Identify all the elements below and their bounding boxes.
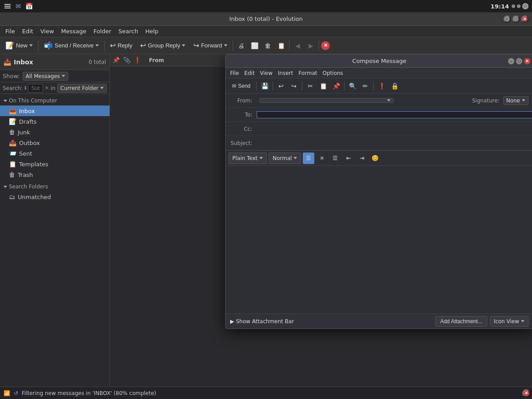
forward-button[interactable]: ↪ Forward — [190, 39, 231, 51]
show-dropdown[interactable]: All Messages — [23, 72, 69, 81]
plain-text-dropdown[interactable]: Plain Text — [228, 153, 267, 164]
folder-drafts[interactable]: 📝 Drafts — [0, 116, 110, 127]
plain-text-label: Plain Text — [232, 155, 258, 161]
compose-spellcheck-button[interactable]: ✏ — [360, 80, 371, 92]
compose-cc-input[interactable] — [257, 126, 532, 132]
align-center-button[interactable]: ≡ — [316, 153, 328, 164]
folder-sent[interactable]: 📨 Sent — [0, 148, 110, 159]
group-reply-button[interactable]: ↩ Group Reply — [137, 39, 189, 51]
compose-menu-edit[interactable]: Edit — [242, 69, 257, 77]
search-folders-group[interactable]: Search Folders — [0, 182, 110, 192]
search-folder-dropdown[interactable]: Current Folder — [57, 84, 107, 93]
compose-security-button[interactable]: 🔒 — [389, 80, 400, 92]
compose-find-button[interactable]: 🔍 — [347, 80, 358, 92]
on-this-computer-group[interactable]: On This Computer — [0, 96, 110, 106]
status-close-button[interactable]: ✕ — [522, 389, 530, 397]
compose-menu-view[interactable]: View — [257, 69, 275, 77]
send-receive-button[interactable]: 📬 Send / Receive — [40, 39, 102, 51]
junk-button[interactable]: 🗑 — [262, 39, 274, 52]
compose-close-button[interactable]: ✕ — [524, 58, 530, 64]
compose-save-button[interactable]: 💾 — [259, 80, 270, 92]
compose-paste-button[interactable]: 📌 — [330, 80, 342, 92]
email-app-icon[interactable]: ✉ — [14, 3, 22, 9]
status-text: Filtering new messages in 'INBOX' (80% c… — [22, 390, 156, 396]
folder-unmatched[interactable]: 🗂 Unmatched — [0, 192, 110, 202]
compose-copy-button[interactable]: 📋 — [317, 80, 329, 92]
compose-menu-format[interactable]: Format — [296, 69, 320, 77]
indent-increase-button[interactable]: ⇥ — [356, 153, 368, 164]
search-input[interactable] — [31, 85, 39, 91]
compose-redo-button[interactable]: ↪ — [288, 80, 300, 92]
show-dropdown-arrow — [62, 75, 65, 77]
show-attachment-bar-button[interactable]: ▶ Show Attachment Bar — [230, 318, 294, 325]
indent-decrease-button[interactable]: ⇤ — [343, 153, 354, 164]
group-reply-icon: ↩ — [140, 41, 146, 50]
compose-sig-dropdown[interactable]: None — [503, 96, 528, 105]
forward-dropdown-arrow[interactable] — [224, 44, 227, 47]
send-receive-dropdown-arrow[interactable] — [95, 44, 99, 47]
align-right-button[interactable]: ☰ — [329, 153, 341, 164]
compose-to-input[interactable] — [257, 111, 532, 118]
compose-priority-button[interactable]: ❗ — [376, 80, 387, 92]
search-input-wrap[interactable] — [28, 84, 43, 93]
compose-send-icon: ✉ — [232, 83, 236, 89]
folder-sent-label: Sent — [19, 150, 32, 157]
window-controls: – □ ✕ — [504, 16, 528, 23]
folder-outbox[interactable]: 📤 Outbox — [0, 137, 110, 148]
add-attachment-button[interactable]: Add Attachment... — [435, 316, 487, 327]
toolbar-sep-3 — [233, 40, 233, 51]
close-button[interactable]: ✕ — [521, 16, 528, 23]
delete-button[interactable]: ⬜ — [248, 39, 261, 52]
compose-send-button[interactable]: ✉ Send — [228, 81, 254, 91]
compose-textarea[interactable] — [226, 166, 532, 313]
folder-junk[interactable]: 🗑 Junk — [0, 127, 110, 137]
emoji-icon: 😊 — [372, 155, 379, 161]
align-left-button[interactable]: ☰ — [303, 153, 314, 164]
folder-drafts-label: Drafts — [19, 118, 37, 125]
undelete-button[interactable]: 📋 — [275, 39, 287, 52]
reply-button[interactable]: ↩ Reply — [106, 39, 136, 51]
compose-menu-file[interactable]: File — [227, 69, 242, 77]
maximize-button[interactable]: □ — [512, 16, 520, 23]
next-button[interactable]: ▶ — [305, 39, 317, 52]
group-reply-dropdown-arrow[interactable] — [182, 44, 185, 47]
folder-templates[interactable]: 📋 Templates — [0, 159, 110, 169]
menu-message[interactable]: Message — [58, 27, 90, 35]
compose-subject-input[interactable] — [257, 140, 532, 146]
icon-view-dropdown[interactable]: Icon View — [490, 316, 528, 327]
compose-minimize-button[interactable]: – — [508, 58, 514, 64]
compose-body[interactable] — [226, 166, 532, 313]
compose-sep-2 — [273, 82, 273, 90]
calendar-icon[interactable]: 📅 — [25, 3, 33, 9]
compose-menu-options[interactable]: Options — [320, 69, 346, 77]
show-value: All Messages — [26, 73, 60, 79]
compose-maximize-button[interactable]: □ — [516, 58, 522, 64]
menu-folder[interactable]: Folder — [90, 27, 115, 35]
hamburger-menu[interactable] — [4, 3, 12, 9]
emoji-button[interactable]: 😊 — [369, 153, 381, 164]
folder-inbox[interactable]: 📥 Inbox — [0, 106, 110, 116]
print-button[interactable]: 🖨 — [235, 39, 247, 52]
normal-style-dropdown[interactable]: Normal — [269, 153, 301, 164]
folder-trash[interactable]: 🗑 Trash — [0, 169, 110, 180]
menu-file[interactable]: File — [2, 27, 19, 35]
compose-from-dropdown[interactable] — [259, 98, 394, 103]
compose-menu-insert[interactable]: Insert — [275, 69, 296, 77]
new-dropdown-arrow[interactable] — [29, 44, 33, 47]
indent-increase-icon: ⇥ — [360, 155, 364, 161]
compose-cut-button[interactable]: ✂ — [305, 80, 316, 92]
prev-button[interactable]: ◀ — [291, 39, 304, 52]
new-button[interactable]: 📝 New — [2, 39, 36, 51]
menu-view[interactable]: View — [37, 27, 58, 35]
menu-help[interactable]: Help — [142, 27, 162, 35]
stop-button[interactable]: ✕ — [321, 41, 330, 50]
compose-sig-value: None — [506, 98, 520, 104]
search-clear-icon[interactable]: ✕ — [45, 85, 49, 91]
drafts-folder-icon: 📝 — [9, 118, 16, 125]
minimize-button[interactable]: – — [504, 16, 511, 23]
menu-search[interactable]: Search — [115, 27, 142, 35]
menu-edit[interactable]: Edit — [19, 27, 37, 35]
icon-view-arrow — [521, 320, 524, 322]
group-reply-label: Group Reply — [148, 42, 180, 49]
compose-undo-button[interactable]: ↩ — [275, 80, 287, 92]
